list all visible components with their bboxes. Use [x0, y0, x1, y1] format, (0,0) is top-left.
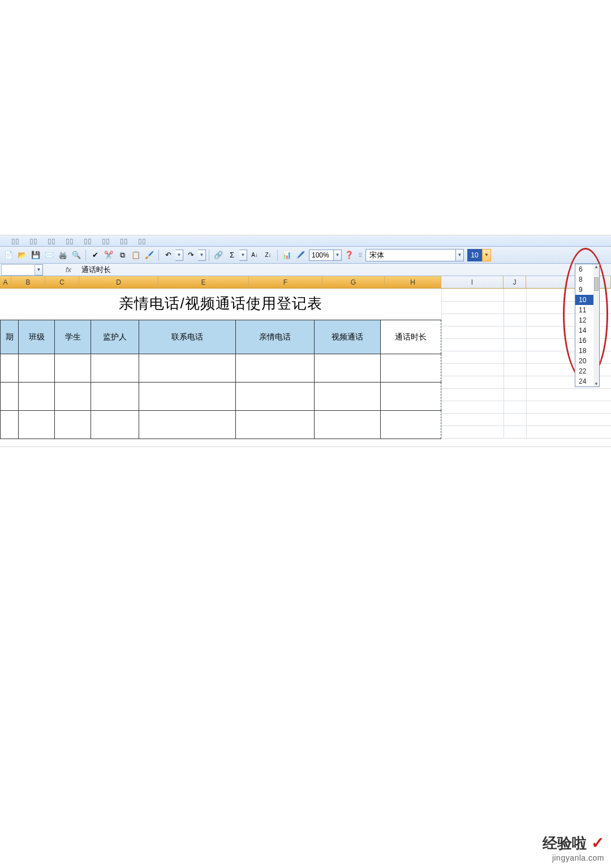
column-headers: A B C D E F G H I J: [0, 276, 611, 289]
save-icon[interactable]: 💾: [29, 249, 42, 261]
col-header-I[interactable]: I: [441, 276, 504, 288]
table-row[interactable]: [1, 383, 441, 411]
separator: [85, 250, 86, 261]
menu-item[interactable]: ▯▯: [29, 237, 37, 245]
standard-toolbar: 📄 📂 💾 ✉️ 🖨️ 🔍 ✔ ✂️ ⧉ 📋 🖌️ ↶ ▼ ↷ ▼ 🔗 Σ ▼ …: [0, 247, 611, 264]
table-row[interactable]: [1, 411, 441, 439]
redo-icon[interactable]: ↷: [184, 249, 197, 261]
redo-dropdown[interactable]: ▼: [198, 250, 206, 261]
col-header-B[interactable]: B: [11, 276, 45, 288]
table-header[interactable]: 班级: [19, 320, 55, 354]
font-size-input[interactable]: 10: [467, 249, 482, 261]
font-name-control[interactable]: 宋体 ▼: [365, 249, 464, 261]
zoom-value[interactable]: 100%: [309, 250, 334, 261]
font-name-dropdown[interactable]: ▼: [456, 249, 464, 261]
font-name-input[interactable]: 宋体: [365, 249, 456, 261]
registration-table: 期 班级 学生 监护人 联系电话 亲情电话 视频通话 通话时长: [0, 320, 441, 439]
col-header-G[interactable]: G: [322, 276, 385, 288]
cut-icon[interactable]: ✂️: [102, 249, 115, 261]
name-box-dropdown[interactable]: ▼: [35, 264, 43, 276]
table-header[interactable]: 联系电话: [139, 320, 236, 354]
menu-item[interactable]: ▯▯: [102, 237, 110, 245]
font-size-dropdown-button[interactable]: ▼: [482, 249, 491, 261]
col-header-A[interactable]: A: [0, 276, 11, 288]
formula-value[interactable]: 通话时长: [81, 265, 111, 275]
watermark-brand: 经验啦: [543, 835, 587, 852]
spreadsheet-screenshot: ▯▯ ▯▯ ▯▯ ▯▯ ▯▯ ▯▯ ▯▯ ▯▯ 📄 📂 💾 ✉️ 🖨️ 🔍 ✔ …: [0, 235, 611, 447]
print-icon[interactable]: 🖨️: [57, 249, 69, 261]
copy-icon[interactable]: ⧉: [116, 249, 128, 261]
menu-item[interactable]: ▯▯: [120, 237, 128, 245]
sort-asc-icon[interactable]: A↓: [248, 249, 261, 261]
table-header[interactable]: 期: [1, 320, 19, 354]
separator: [277, 250, 278, 261]
menu-item[interactable]: ▯▯: [84, 237, 92, 245]
menu-item[interactable]: ▯▯: [11, 237, 19, 245]
preview-icon[interactable]: 🔍: [70, 249, 83, 261]
spreadsheet-grid[interactable]: 亲情电话/视频通话使用登记表 期 班级 学生 监护人 联系电话 亲情电话 视频通…: [0, 289, 611, 439]
help-icon[interactable]: ❓: [343, 249, 355, 261]
table-header[interactable]: 视频通话: [314, 320, 380, 354]
sum-dropdown[interactable]: ▼: [239, 250, 247, 261]
mail-icon[interactable]: ✉️: [43, 249, 55, 261]
table-header[interactable]: 亲情电话: [236, 320, 315, 354]
scroll-up-icon[interactable]: ▲: [594, 264, 599, 269]
table-header[interactable]: 监护人: [91, 320, 139, 354]
new-icon[interactable]: 📄: [2, 249, 15, 261]
col-header-D[interactable]: D: [79, 276, 158, 288]
table-header[interactable]: 学生: [55, 320, 91, 354]
col-header-E[interactable]: E: [158, 276, 249, 288]
font-size-dropdown-list[interactable]: 6 8 9 10 11 12 14 16 18 20 22 24 ▲ ▼: [575, 264, 600, 387]
link-icon[interactable]: 🔗: [212, 249, 225, 261]
scroll-down-icon[interactable]: ▼: [594, 381, 599, 386]
table-row[interactable]: [1, 354, 441, 383]
watermark: 经验啦 ✓ jingyanla.com: [543, 833, 604, 862]
drawing-icon[interactable]: 🖊️: [294, 249, 307, 261]
col-header-H[interactable]: H: [385, 276, 441, 288]
check-icon: ✓: [591, 834, 604, 852]
fx-label[interactable]: fx: [66, 265, 71, 274]
sheet-title: 亲情电话/视频通话使用登记表: [0, 289, 441, 318]
menu-item[interactable]: ▯▯: [48, 237, 55, 245]
open-icon[interactable]: 📂: [16, 249, 28, 261]
menu-item[interactable]: ▯▯: [138, 237, 146, 245]
format-painter-icon[interactable]: 🖌️: [143, 249, 156, 261]
sum-icon[interactable]: Σ: [226, 249, 238, 261]
separator: [209, 250, 209, 261]
undo-icon[interactable]: ↶: [162, 249, 174, 261]
col-header-F[interactable]: F: [249, 276, 322, 288]
dropdown-scrollbar[interactable]: ▲ ▼: [593, 264, 599, 386]
toolbar-grip[interactable]: [359, 250, 362, 261]
menu-bar[interactable]: ▯▯ ▯▯ ▯▯ ▯▯ ▯▯ ▯▯ ▯▯ ▯▯: [0, 235, 611, 247]
formula-bar: ▼ fx 通话时长: [0, 264, 611, 276]
table-header[interactable]: 通话时长: [381, 320, 441, 354]
sort-desc-icon[interactable]: Z↓: [262, 249, 274, 261]
chart-icon[interactable]: 📊: [281, 249, 293, 261]
name-box[interactable]: [1, 264, 35, 276]
zoom-control[interactable]: 100% ▼: [309, 250, 342, 261]
spellcheck-icon[interactable]: ✔: [89, 249, 101, 261]
undo-dropdown[interactable]: ▼: [175, 250, 183, 261]
zoom-dropdown[interactable]: ▼: [334, 250, 342, 261]
scroll-thumb[interactable]: [594, 277, 599, 291]
menu-item[interactable]: ▯▯: [66, 237, 74, 245]
separator: [158, 250, 159, 261]
col-header-C[interactable]: C: [45, 276, 79, 288]
font-size-control[interactable]: 10 ▼: [467, 249, 491, 261]
col-header-J[interactable]: J: [504, 276, 526, 288]
paste-icon[interactable]: 📋: [130, 249, 142, 261]
watermark-url: jingyanla.com: [543, 853, 604, 862]
